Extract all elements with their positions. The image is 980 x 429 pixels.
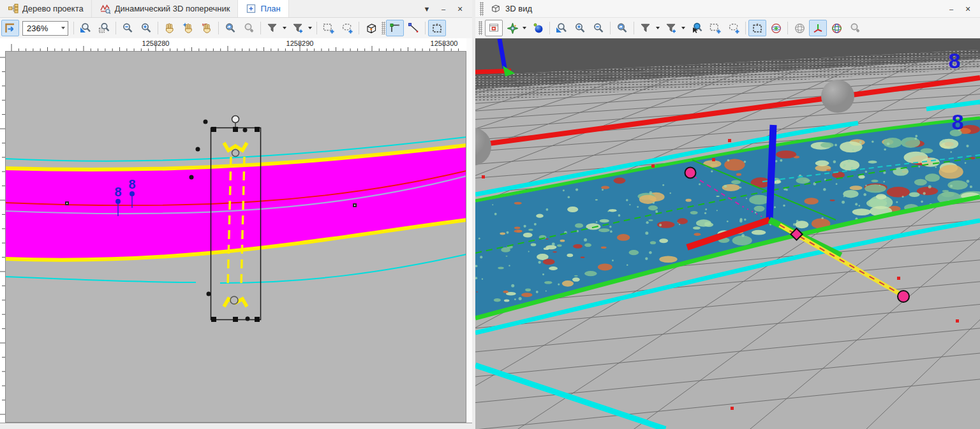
chevron-down-icon[interactable] (283, 27, 286, 29)
viewport-settings-button[interactable] (485, 20, 503, 36)
project-tree-icon (8, 3, 19, 14)
separator (73, 22, 74, 34)
separator (218, 22, 219, 34)
zoom-refresh-button[interactable] (221, 20, 239, 36)
select-rectangle-add-button[interactable] (320, 20, 338, 36)
zoom-out-icon (122, 22, 133, 34)
chevron-down-icon[interactable] (523, 27, 526, 29)
sphere-mode-button[interactable] (529, 20, 547, 36)
zoom-selection-button[interactable] (95, 20, 113, 36)
pan-dynamic-button[interactable] (179, 20, 197, 36)
pan-hand-icon (164, 22, 175, 34)
close-button[interactable]: × (453, 3, 467, 15)
orbit-globe-button[interactable] (791, 20, 808, 36)
left-window-controls: ▼ – × (420, 0, 472, 17)
ortho-frame-icon (431, 22, 443, 34)
tab-project-tree[interactable]: Дерево проекта (0, 0, 92, 17)
axes-view-button[interactable] (809, 20, 827, 36)
pan-north-east-button[interactable]: NE (198, 20, 216, 36)
view-3d-canvas[interactable]: 8 8 (475, 39, 980, 429)
zoom-in-button[interactable] (137, 20, 155, 36)
pan-button[interactable] (161, 20, 179, 36)
separator (260, 22, 261, 34)
orbit-globe-add-button[interactable] (767, 20, 785, 36)
view-3d-cube-button[interactable] (362, 20, 380, 36)
filter-add-icon (665, 22, 677, 34)
separator (115, 22, 116, 34)
zoom-refresh-button[interactable] (613, 20, 631, 36)
panel-margin (466, 38, 472, 423)
toolbar-grip[interactable] (479, 21, 482, 35)
minimize-button[interactable]: – (944, 3, 958, 15)
separator (359, 22, 359, 34)
select-polygon-add-icon (728, 22, 740, 34)
filter-button[interactable] (264, 20, 281, 36)
goto-coordinates-icon (4, 22, 17, 34)
zoom-window-icon (80, 22, 91, 34)
zoom-refresh-icon (225, 22, 236, 34)
zoom-out-icon (593, 22, 604, 34)
filter-add-button[interactable] (662, 20, 680, 36)
zoom-out-button[interactable] (119, 20, 137, 36)
point-label: 8 (128, 177, 135, 191)
separator (549, 22, 550, 34)
viewport-settings-icon (488, 22, 500, 34)
zoom-previous-button[interactable] (240, 20, 258, 36)
zoom-scale-combo[interactable]: 236% (22, 21, 68, 36)
zoom-previous-button[interactable] (846, 20, 864, 36)
pan-dynamic-hand-icon (182, 22, 194, 34)
rotate-handle[interactable] (232, 116, 239, 123)
ortho-frame-button[interactable] (748, 20, 766, 36)
view-3d-cube-icon (490, 4, 501, 13)
tab-dynamic-cross-section[interactable]: Динамический 3D поперечник (92, 0, 239, 17)
filter-icon (267, 22, 278, 34)
separator (787, 22, 788, 34)
tab-plan[interactable]: План (238, 0, 288, 17)
header-grip[interactable] (480, 2, 484, 16)
zoom-window-button[interactable] (77, 20, 94, 36)
pan-north-east-hand-icon: NE (201, 22, 212, 34)
snap-corner-button[interactable] (386, 20, 404, 36)
chevron-down-icon[interactable] (308, 27, 312, 29)
zoom-refresh-icon (616, 22, 628, 34)
close-button[interactable]: × (961, 3, 975, 15)
filter-icon (640, 22, 651, 34)
filter-add-icon (292, 22, 304, 34)
orbit-globe-icon (794, 22, 806, 34)
zoom-window-button[interactable] (553, 20, 570, 36)
navigation-star-button[interactable] (503, 20, 521, 36)
view-3d-toolbar (475, 18, 980, 40)
zoom-previous-icon (243, 22, 255, 34)
plan-icon (246, 3, 256, 14)
plan-canvas[interactable]: 8 8 (5, 51, 466, 423)
select-polygon-add-button[interactable] (725, 20, 743, 36)
chevron-down-icon (61, 27, 65, 29)
application-window: Дерево проекта Динамический 3D поперечни… (0, 0, 980, 429)
panel-menu-button[interactable]: ▼ (420, 3, 434, 15)
zoom-in-icon (140, 22, 152, 34)
snap-line-button[interactable] (405, 20, 422, 36)
panel-title: 3D вид (505, 4, 532, 13)
minimize-button[interactable]: – (436, 3, 450, 15)
chevron-down-icon[interactable] (656, 27, 660, 29)
ortho-frame-button[interactable] (428, 20, 446, 36)
chevron-down-icon[interactable] (681, 27, 685, 29)
select-rectangle-add-button[interactable] (706, 20, 724, 36)
vertical-ruler (0, 51, 5, 423)
zoom-in-button[interactable] (571, 20, 589, 36)
cross-section-chart-icon (100, 3, 111, 14)
separator (158, 22, 158, 34)
select-polygon-add-button[interactable] (338, 20, 356, 36)
axes-view-icon (812, 22, 824, 34)
orbit-globe-add-icon (770, 22, 782, 34)
goto-coordinates-button[interactable] (1, 20, 19, 36)
snap-corner-icon (389, 22, 401, 34)
orbit-globe-color-button[interactable] (828, 20, 845, 36)
filter-button[interactable] (637, 20, 655, 36)
toolbar-grip[interactable] (382, 22, 385, 34)
point-label: 8 (114, 185, 121, 199)
zoom-cursor-button[interactable] (688, 20, 706, 36)
plan-bottom-strip (0, 423, 472, 429)
filter-add-button[interactable] (289, 20, 307, 36)
zoom-out-button[interactable] (590, 20, 607, 36)
